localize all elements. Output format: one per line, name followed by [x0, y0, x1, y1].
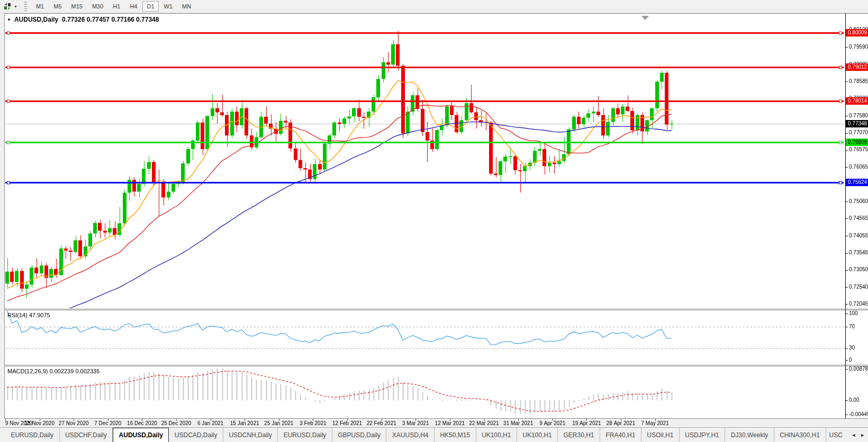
chart-tab-GER30-H1[interactable]: GER30,H1 [558, 428, 600, 442]
chart-tab-USDCHF-Daily[interactable]: USDCHF,Daily [60, 428, 113, 442]
chart-tab-EURUSD-Daily[interactable]: EURUSD,Daily [278, 428, 332, 442]
chart-tab-FRA40-H1[interactable]: FRA40,H1 [600, 428, 641, 442]
dropdown-caret-icon[interactable]: ▼ [14, 5, 17, 8]
chart-ohlc-values: 0.77326 0.77457 0.77166 0.77348 [62, 16, 159, 23]
trading-platform-window: { "toolbar": { "period_icon": "period-se… [0, 0, 868, 442]
chart-symbol-label: AUDUSD,Daily [14, 16, 58, 23]
tab-scroll-right-icon[interactable]: ► [860, 432, 865, 438]
chart-tab-USOil-H1[interactable]: USOil,H1 [641, 428, 680, 442]
chart-tab-GBPUSD-Daily[interactable]: GBPUSD,Daily [332, 428, 387, 442]
period-selector-icon [3, 2, 12, 11]
chart-tab-XAUUSD-H4[interactable]: XAUUSD,H4 [386, 428, 435, 442]
chart-tab-USDJPY-H1[interactable]: USDJPY,H1 [680, 428, 725, 442]
chart-tab-bar: EURUSD,DailyUSDCHF,DailyAUDUSD,DailyUSDC… [0, 427, 868, 442]
price-chart-canvas[interactable] [0, 0, 868, 442]
tab-scroll-left-icon[interactable]: ◄ [851, 432, 856, 438]
macd-indicator-label: MACD(12,26,9) 0.002239 0.002335 [7, 368, 100, 374]
toolbar-grip[interactable] [24, 2, 27, 11]
chart-tab-USC[interactable]: USC [826, 428, 848, 442]
timeframe-toolbar: ▼ M1M5M15M30H1H4D1W1MN [0, 0, 868, 13]
timeframe-button-M1[interactable]: M1 [32, 1, 48, 12]
rsi-indicator-label: RSI(14) 47.9075 [7, 312, 50, 318]
chart-tab-AUDUSD-Daily[interactable]: AUDUSD,Daily [113, 428, 169, 442]
timeframe-button-H4[interactable]: H4 [125, 1, 141, 12]
timeframe-button-H1[interactable]: H1 [108, 1, 124, 12]
timeframe-buttons: M1M5M15M30H1H4D1W1MN [31, 1, 196, 12]
chart-tab-EURUSD-Daily[interactable]: EURUSD,Daily [5, 428, 60, 442]
timeframe-button-W1[interactable]: W1 [160, 1, 177, 12]
chart-tab-UK100-H1[interactable]: UK100,H1 [476, 428, 517, 442]
tab-scroll-controls: ◄► [848, 428, 868, 442]
timeframe-button-M30[interactable]: M30 [88, 1, 107, 12]
chart-tab-CHINA300-H1[interactable]: CHINA300,H1 [774, 428, 826, 442]
chart-tab-DJ30-Weekly[interactable]: DJ30,Weekly [725, 428, 774, 442]
period-selector-button[interactable]: ▼ [0, 1, 19, 12]
timeframe-button-M15[interactable]: M15 [67, 1, 87, 12]
timeframe-button-D1[interactable]: D1 [142, 1, 158, 12]
chart-tab-HK50-M15[interactable]: HK50,M15 [435, 428, 476, 442]
chart-tab-UK100-H1[interactable]: UK100,H1 [517, 428, 558, 442]
chart-tab-USDCAD-Daily[interactable]: USDCAD,Daily [169, 428, 223, 442]
chart-title: ▼AUDUSD,Daily 0.77326 0.77457 0.77166 0.… [7, 16, 159, 23]
timeframe-button-M5[interactable]: M5 [49, 1, 66, 12]
chart-collapse-icon[interactable]: ▼ [7, 17, 11, 22]
timeframe-button-MN[interactable]: MN [178, 1, 195, 12]
chart-tab-USDCNH-Daily[interactable]: USDCNH,Daily [223, 428, 278, 442]
